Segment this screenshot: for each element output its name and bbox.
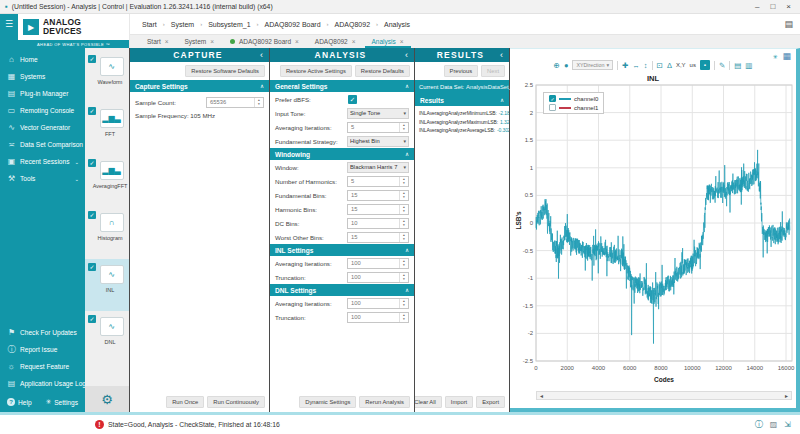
spin-down-icon[interactable]: ▾ <box>403 277 405 281</box>
spin-down-icon[interactable]: ▾ <box>403 263 405 267</box>
spinner-arrows[interactable]: ▴▾ <box>399 259 408 268</box>
checkbox-prefer-dbfs[interactable]: ✓ <box>348 95 357 104</box>
collapse-icon[interactable]: ∧ <box>405 247 409 253</box>
legend-checkbox-channel0[interactable]: ✓ <box>549 95 556 102</box>
spin-down-icon[interactable]: ▾ <box>403 195 405 199</box>
collapse-icon[interactable]: ∧ <box>405 83 409 89</box>
dropdown-input-tone[interactable]: Single Tone▾ <box>347 108 409 119</box>
inl-plot-svg[interactable]: 02000400060008000100001200014000160002.5… <box>536 85 792 361</box>
fit-view-icon[interactable]: ⊡ <box>657 61 663 70</box>
tab-close-icon[interactable]: × <box>400 38 404 45</box>
inl-checkbox[interactable]: ✓ <box>88 263 96 271</box>
settings-button[interactable]: ✳Settings <box>46 398 78 406</box>
usage-report-icon[interactable]: ▨ <box>770 420 778 429</box>
magnifier-icon[interactable]: ⊕ <box>554 61 560 70</box>
export-chart-icon[interactable]: ▤ <box>734 61 741 70</box>
rerun-analysis-button[interactable]: Rerun Analysis <box>359 396 410 408</box>
sidebar-item-remoting-console[interactable]: ▭Remoting Console <box>0 102 85 119</box>
spinner-input-averaging-iterations[interactable]: 5▴▾ <box>347 122 409 133</box>
breadcrumb-item-adaq8092[interactable]: ADAQ8092 <box>335 21 370 28</box>
tab-system[interactable]: System× <box>178 35 221 48</box>
spinner-arrows[interactable]: ▴▾ <box>399 273 408 282</box>
spin-down-icon[interactable]: ▾ <box>403 209 405 213</box>
waveform-checkbox[interactable]: ✓ <box>88 55 96 63</box>
sidebar-item-application-usage-logging[interactable]: ▤Application Usage Logging <box>0 375 85 392</box>
tab-close-icon[interactable]: × <box>210 38 214 45</box>
vertical-zoom-icon[interactable]: ↕ <box>644 61 648 70</box>
help-button[interactable]: ?Help <box>7 398 32 406</box>
collapse-icon[interactable]: ∧ <box>500 97 504 103</box>
spin-down-icon[interactable]: ▾ <box>403 223 405 227</box>
pan-icon[interactable]: ● <box>564 61 569 70</box>
fft-checkbox[interactable]: ✓ <box>88 107 96 115</box>
horizontal-zoom-icon[interactable]: ↔ <box>632 61 640 70</box>
tab-analysis[interactable]: Analysis× <box>365 35 411 48</box>
analysis-panel-header[interactable]: ANALYSIS ‹ <box>270 48 414 62</box>
move-icon[interactable]: ✚ <box>622 61 628 70</box>
spinner-arrows[interactable]: ▴▾ <box>254 98 263 107</box>
breadcrumb-item-start[interactable]: Start <box>142 21 157 28</box>
tool-view-inl[interactable]: ✓∿INL <box>85 259 129 311</box>
tool-view-histogram[interactable]: ✓∩Histogram <box>85 207 129 259</box>
scroll-left-icon[interactable]: ◄ <box>539 393 544 399</box>
section-header-windowing[interactable]: Windowing∧ <box>270 148 414 160</box>
spinner-arrows[interactable]: ▴▾ <box>399 177 408 186</box>
breadcrumb-item-system[interactable]: System <box>171 21 194 28</box>
sidebar-item-home[interactable]: ⌂Home <box>0 51 85 68</box>
chart-horizontal-scrollbar[interactable]: ◄ ► <box>536 391 792 400</box>
resize-icon[interactable]: ⇲ <box>784 420 791 429</box>
scroll-right-icon[interactable]: ► <box>784 393 789 399</box>
panel-collapse-icon[interactable]: ‹ <box>260 50 263 60</box>
tool-settings-button[interactable]: ⚙ <box>85 386 129 412</box>
run-continuously-button[interactable]: Run Continuously <box>207 396 265 408</box>
clear-all-button[interactable]: Clear All <box>415 396 442 408</box>
restore-software-defaults-button[interactable]: Restore Software Defaults <box>185 65 265 77</box>
chart-pop-out-icon[interactable]: ✳ <box>772 53 777 60</box>
results-panel-header[interactable]: RESULTS ‹ <box>415 48 509 62</box>
tab-adaq8092[interactable]: ADAQ8092× <box>308 35 363 48</box>
annotate-icon[interactable]: ✎ <box>719 61 725 70</box>
sidebar-item-request-feature[interactable]: ☼Request Feature <box>0 358 85 375</box>
restore-defaults-button[interactable]: Restore Defaults <box>355 65 410 77</box>
dynamic-settings-button[interactable]: Dynamic Settings <box>299 396 356 408</box>
results-section[interactable]: Results ∧ <box>415 94 509 106</box>
legend-checkbox-channel1[interactable] <box>549 104 556 111</box>
breadcrumb-item-subsystem-1[interactable]: Subsystem_1 <box>208 21 250 28</box>
sidebar-item-tools[interactable]: ⚒Tools⌄ <box>0 170 85 187</box>
averagingfft-checkbox[interactable]: ✓ <box>88 159 96 167</box>
copy-chart-icon[interactable]: ▥ <box>745 61 752 70</box>
tab-start[interactable]: Start× <box>140 35 176 48</box>
spinner-arrows[interactable]: ▴▾ <box>399 299 408 308</box>
sample-count-input[interactable]: 65536 ▴▾ <box>206 97 264 108</box>
minimize-button[interactable]: – <box>755 2 759 11</box>
section-header-general-settings[interactable]: General Settings∧ <box>270 80 414 92</box>
alarm-icon[interactable]: Δ <box>667 61 672 70</box>
spin-down-icon[interactable]: ▾ <box>403 237 405 241</box>
spinner-arrows[interactable]: ▴▾ <box>399 205 408 214</box>
dropdown-fundamental-strategy[interactable]: Highest Bin▾ <box>347 136 409 147</box>
tab-close-icon[interactable]: × <box>295 38 299 45</box>
menu-toggle[interactable]: ☰ <box>0 14 18 48</box>
tool-view-dnl[interactable]: ✓∿DNL <box>85 311 129 363</box>
collapse-icon[interactable]: ∧ <box>405 287 409 293</box>
inl-plot[interactable]: 02000400060008000100001200014000160002.5… <box>536 85 792 361</box>
tool-view-waveform[interactable]: ✓∿Waveform <box>85 51 129 103</box>
spinner-input-worst-other-bins[interactable]: 15▴▾ <box>347 232 409 243</box>
maximize-button[interactable]: □ <box>770 2 775 11</box>
spinner-input-harmonic-bins[interactable]: 15▴▾ <box>347 204 409 215</box>
panel-collapse-icon[interactable]: ‹ <box>405 50 408 60</box>
spinner-input-number-of-harmonics[interactable]: 5▴▾ <box>347 176 409 187</box>
open-session-icon[interactable]: ▤ <box>784 19 793 29</box>
run-once-button[interactable]: Run Once <box>166 396 204 408</box>
spinner-input-averaging-iterations[interactable]: 100▴▾ <box>347 258 409 269</box>
spinner-input-truncation[interactable]: 100▴▾ <box>347 312 409 323</box>
spinner-arrows[interactable]: ▴▾ <box>399 191 408 200</box>
spin-down-icon[interactable]: ▾ <box>403 317 405 321</box>
xy-direction-dropdown[interactable]: XYDirection▾ <box>572 60 613 70</box>
spin-down-icon[interactable]: ▾ <box>403 127 405 131</box>
sidebar-item-recent-sessions[interactable]: ▣Recent Sessions⌄ <box>0 153 85 170</box>
tab-close-icon[interactable]: × <box>352 38 356 45</box>
spinner-arrows[interactable]: ▴▾ <box>399 313 408 322</box>
breadcrumb-item-analysis[interactable]: Analysis <box>384 21 410 28</box>
sidebar-item-systems[interactable]: ▦Systems <box>0 68 85 85</box>
